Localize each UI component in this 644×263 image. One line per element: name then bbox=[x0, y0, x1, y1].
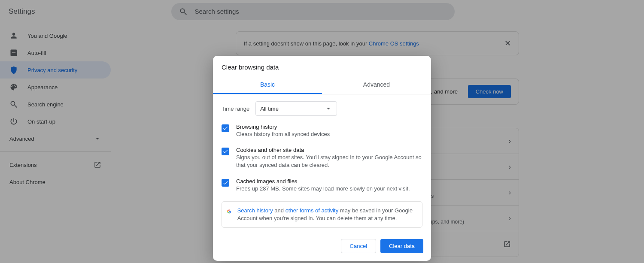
checkbox-cookies[interactable]: Cookies and other site data Signs you ou… bbox=[213, 142, 431, 173]
check-subtitle: Signs you out of most sites. You'll stay… bbox=[236, 154, 422, 169]
time-range-select[interactable]: All time bbox=[255, 101, 337, 116]
check-title: Cookies and other site data bbox=[236, 147, 422, 153]
check-title: Browsing history bbox=[236, 124, 422, 130]
checkbox[interactable] bbox=[222, 179, 229, 187]
time-range-row: Time range All time bbox=[213, 94, 431, 119]
check-icon bbox=[222, 180, 228, 186]
dialog-tabs: Basic Advanced bbox=[213, 76, 431, 94]
checkbox[interactable] bbox=[222, 124, 229, 132]
time-range-value: All time bbox=[260, 106, 279, 112]
clear-browsing-data-dialog: Clear browsing data Basic Advanced Time … bbox=[213, 56, 431, 261]
check-icon bbox=[222, 148, 228, 154]
other-activity-link[interactable]: other forms of activity bbox=[286, 207, 339, 214]
clear-data-button[interactable]: Clear data bbox=[380, 239, 423, 253]
dialog-title: Clear browsing data bbox=[213, 56, 431, 76]
tab-advanced[interactable]: Advanced bbox=[322, 76, 431, 94]
tab-basic[interactable]: Basic bbox=[213, 76, 322, 94]
info-text: and bbox=[273, 207, 286, 214]
cancel-button[interactable]: Cancel bbox=[341, 239, 376, 253]
check-subtitle: Frees up 287 MB. Some sites may load mor… bbox=[236, 185, 422, 193]
checkbox-cached[interactable]: Cached images and files Frees up 287 MB.… bbox=[213, 174, 431, 197]
checkbox-browsing-history[interactable]: Browsing history Clears history from all… bbox=[213, 119, 431, 142]
google-account-info: Search history and other forms of activi… bbox=[222, 201, 422, 228]
time-range-label: Time range bbox=[222, 106, 249, 112]
dialog-actions: Cancel Clear data bbox=[213, 234, 431, 261]
check-title: Cached images and files bbox=[236, 178, 422, 184]
search-history-link[interactable]: Search history bbox=[237, 207, 273, 214]
google-logo-icon bbox=[227, 208, 231, 215]
checkbox[interactable] bbox=[222, 148, 229, 155]
chevron-down-icon bbox=[325, 105, 332, 112]
check-subtitle: Clears history from all synced devices bbox=[236, 130, 422, 138]
check-icon bbox=[222, 125, 228, 131]
